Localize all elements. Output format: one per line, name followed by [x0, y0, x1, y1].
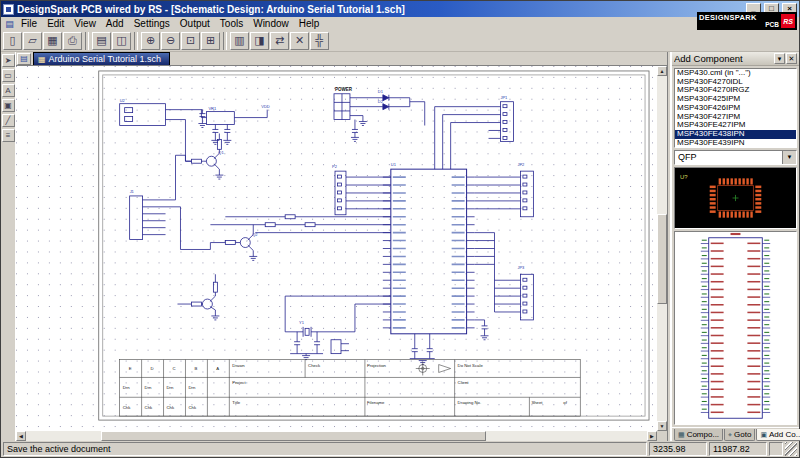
status-bar: Save the active document 3235.98 11987.8…: [1, 441, 799, 457]
svg-text:Chk: Chk: [188, 405, 196, 410]
bus-tool-button[interactable]: ≡: [2, 129, 15, 142]
svg-text:Check: Check: [308, 363, 321, 368]
package-filter-value: QFP: [675, 151, 782, 164]
svg-text:Client: Client: [458, 380, 470, 385]
panel-tab-components[interactable]: ▦Compo...: [674, 429, 723, 441]
schematic-canvas[interactable]: E D C B A Drn Drn Drn Drn Chk Chk Chk: [16, 66, 657, 431]
libraries-button[interactable]: ▥: [230, 32, 249, 50]
power-label: POWER: [335, 87, 353, 92]
design-browser-button[interactable]: ▤: [92, 32, 111, 50]
add-component-tab-icon: ▣: [760, 431, 767, 439]
app-icon[interactable]: [3, 4, 14, 15]
wire-tool-button[interactable]: ╱: [2, 114, 15, 127]
save-file-button[interactable]: ▦: [43, 32, 62, 50]
svg-text:Title: Title: [232, 400, 241, 405]
logo-line2: PCB: [699, 22, 779, 29]
open-file-button[interactable]: ▱: [23, 32, 42, 50]
document-window-icon[interactable]: ▤: [3, 19, 16, 29]
svg-text:Y1: Y1: [299, 320, 305, 325]
delete-button[interactable]: ✕: [290, 32, 309, 50]
main-toolbar: ▯▱▦⎙▤◫⊕⊖⊡⊞▥◨⇄✕╬: [1, 30, 799, 52]
print-button[interactable]: ⎙: [63, 32, 82, 50]
svg-text:JP2: JP2: [517, 162, 524, 167]
document-tab[interactable]: ▦ Arduino Serial Tutorial 1.sch: [33, 52, 170, 65]
menu-help[interactable]: Help: [294, 17, 325, 30]
grid-button[interactable]: ╬: [310, 32, 329, 50]
select-tool-button[interactable]: ➤: [2, 54, 15, 67]
symbol-preview-canvas: [675, 232, 796, 424]
zoom-out-button[interactable]: ⊖: [161, 32, 180, 50]
panel-tab-label: Goto: [734, 430, 751, 439]
status-extra-cell: [769, 442, 783, 456]
menubar-items: FileEditViewAddSettingsOutputToolsWindow…: [16, 17, 324, 30]
horizontal-scroll-thumb[interactable]: [101, 431, 486, 441]
panel-tab-label: Compo...: [687, 430, 719, 439]
footprint-preview-canvas: U?: [675, 168, 796, 228]
svg-text:Chk: Chk: [167, 405, 175, 410]
scroll-left-button[interactable]: ◀: [16, 431, 26, 441]
menu-window[interactable]: Window: [248, 17, 294, 30]
left-toolbar: ➤▭A▣╱≡: [1, 52, 16, 441]
panel-tab-add-component[interactable]: ▣Add Co...: [756, 429, 800, 441]
svg-text:Drawn: Drawn: [232, 363, 245, 368]
translate-to-pcb-button[interactable]: ⇄: [270, 32, 289, 50]
component-bin-button[interactable]: ◨: [250, 32, 269, 50]
component-list[interactable]: MSP430.cml (in "...")MSP430F4270IDLMSP43…: [674, 68, 797, 148]
svg-text:Drn: Drn: [167, 385, 175, 390]
title-bar: DesignSpark PCB wired by RS - [Schematic…: [1, 1, 799, 17]
scroll-up-button[interactable]: ▲: [657, 66, 667, 76]
vertical-scroll-thumb[interactable]: [657, 214, 667, 304]
toolbar-separator: [223, 32, 227, 50]
svg-text:D1: D1: [378, 89, 384, 94]
panel-tab-bar: ▦Compo...⌖Goto▣Add Co...: [672, 427, 799, 441]
vertical-scrollbar[interactable]: ▲ ▼: [657, 66, 667, 431]
text-tool-button[interactable]: A: [2, 84, 15, 97]
document-tab-label: Arduino Serial Tutorial 1.sch: [49, 54, 162, 64]
schematic-tab-icon: ▦: [38, 55, 46, 64]
svg-text:C: C: [173, 367, 176, 372]
symbol-preview: [674, 231, 797, 425]
zoom-full-button[interactable]: ⊞: [201, 32, 220, 50]
svg-text:Q2: Q2: [252, 232, 257, 237]
resize-grip[interactable]: [785, 442, 797, 456]
component-item[interactable]: MSP430FE439IPN: [675, 139, 796, 148]
package-filter-combo[interactable]: QFP ▼: [674, 150, 797, 165]
components-tab-icon: ▦: [678, 431, 685, 439]
horizontal-scrollbar[interactable]: ◀ ▶: [16, 431, 657, 441]
zoom-in-button[interactable]: ⊕: [141, 32, 160, 50]
toolbar-separator: [85, 32, 89, 50]
scroll-right-button[interactable]: ▶: [647, 431, 657, 441]
panel-tab-goto[interactable]: ⌖Goto: [724, 429, 755, 441]
menu-settings[interactable]: Settings: [129, 17, 175, 30]
new-file-button[interactable]: ▯: [3, 32, 22, 50]
component-tool-button[interactable]: ▣: [2, 99, 15, 112]
toolbar-separator: [134, 32, 138, 50]
scroll-down-button[interactable]: ▼: [657, 421, 667, 431]
panel-menu-button[interactable]: ▾: [774, 53, 785, 64]
document-tab-strip: ▤ ▦ Arduino Serial Tutorial 1.sch: [16, 52, 667, 66]
menu-edit[interactable]: Edit: [42, 17, 69, 30]
svg-text:B: B: [194, 367, 197, 372]
menu-add[interactable]: Add: [101, 17, 129, 30]
menu-bar: ▤ FileEditViewAddSettingsOutputToolsWind…: [1, 17, 799, 30]
svg-text:Drn: Drn: [123, 385, 131, 390]
panel-close-button[interactable]: ✕: [786, 53, 797, 64]
menu-output[interactable]: Output: [175, 17, 215, 30]
combo-dropdown-icon[interactable]: ▼: [782, 151, 796, 164]
panel-tab-label: Add Co...: [769, 430, 800, 439]
menu-view[interactable]: View: [69, 17, 101, 30]
shape-tool-button[interactable]: ▭: [2, 69, 15, 82]
canvas-area: E D C B A Drn Drn Drn Drn Chk Chk Chk: [16, 66, 667, 441]
zoom-window-button[interactable]: ⊡: [181, 32, 200, 50]
world-view-button[interactable]: ◫: [112, 32, 131, 50]
document-area: ▤ ▦ Arduino Serial Tutorial 1.sch: [16, 52, 667, 441]
svg-text:VDD: VDD: [261, 104, 270, 109]
menu-tools[interactable]: Tools: [215, 17, 248, 30]
schematic-drawing[interactable]: E D C B A Drn Drn Drn Drn Chk Chk Chk: [16, 66, 657, 431]
menu-file[interactable]: File: [16, 17, 42, 30]
svg-text:Filename: Filename: [367, 400, 385, 405]
svg-text:U2: U2: [120, 98, 125, 103]
document-icon[interactable]: ▤: [17, 53, 31, 65]
footprint-ref-label: U?: [680, 173, 688, 180]
footprint-preview: U?: [674, 167, 797, 229]
